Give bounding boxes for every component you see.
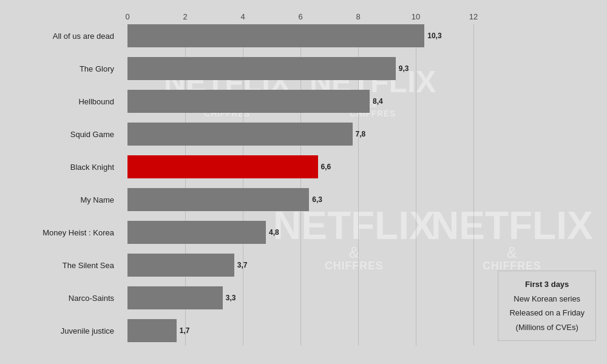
bar-value: 9,3 — [399, 64, 409, 73]
x-tick-label: 2 — [183, 12, 187, 21]
chart-container: NETFLIX&CHIFFRESNETFLIX&CHIFFRESNETFLIX&… — [0, 0, 607, 364]
bar-label: Black Knight — [0, 163, 121, 172]
x-tick-label: 10 — [412, 12, 420, 21]
bar-label: The Silent Sea — [0, 261, 121, 270]
bar-value: 4,8 — [269, 228, 279, 237]
bar-value: 6,6 — [321, 163, 331, 171]
bar-value: 3,3 — [226, 294, 236, 302]
x-tick-label: 12 — [469, 12, 478, 21]
gridline — [416, 24, 416, 346]
bar-value: 6,3 — [312, 195, 322, 204]
bar-value: 8,4 — [373, 97, 383, 106]
x-tick-label: 4 — [240, 12, 245, 21]
legend-box: First 3 days New Korean series Released … — [498, 271, 596, 341]
x-tick-label: 6 — [298, 12, 302, 21]
bar — [127, 57, 396, 80]
bar-label: The Glory — [0, 64, 121, 73]
bar-label: All of us are dead — [0, 32, 121, 41]
x-tick-label: 0 — [125, 12, 129, 21]
bar — [127, 221, 266, 244]
gridline — [473, 24, 474, 346]
bar — [127, 319, 177, 342]
bar-value: 3,7 — [237, 261, 248, 269]
bar-label: My Name — [0, 195, 121, 204]
bar-label: Juvenile justice — [0, 326, 121, 335]
bar-label: Narco-Saints — [0, 294, 121, 303]
bar-value: 1,7 — [180, 326, 190, 335]
bar-label: Squid Game — [0, 130, 121, 139]
bar — [127, 123, 353, 146]
bar — [127, 90, 370, 113]
bar-label: Money Heist : Korea — [0, 228, 121, 237]
watermark-2: NETFLIX&CHIFFRES — [273, 206, 435, 272]
bar-value: 7,8 — [356, 130, 366, 138]
legend-line1: First 3 days — [509, 277, 585, 291]
bar-label: Hellbound — [0, 97, 121, 106]
x-tick-label: 8 — [356, 12, 360, 21]
watermark-3: NETFLIX&CHIFFRES — [431, 206, 593, 272]
bar-value: 10,3 — [427, 32, 441, 40]
bar — [127, 188, 309, 211]
bar — [127, 24, 424, 47]
legend-line4: (Millions of CVEs) — [509, 320, 585, 334]
bar — [127, 254, 234, 277]
legend-line2: New Korean series — [509, 292, 585, 306]
bar-highlighted — [127, 155, 318, 178]
bar — [127, 286, 223, 309]
legend-line3: Released on a Friday — [509, 306, 585, 320]
